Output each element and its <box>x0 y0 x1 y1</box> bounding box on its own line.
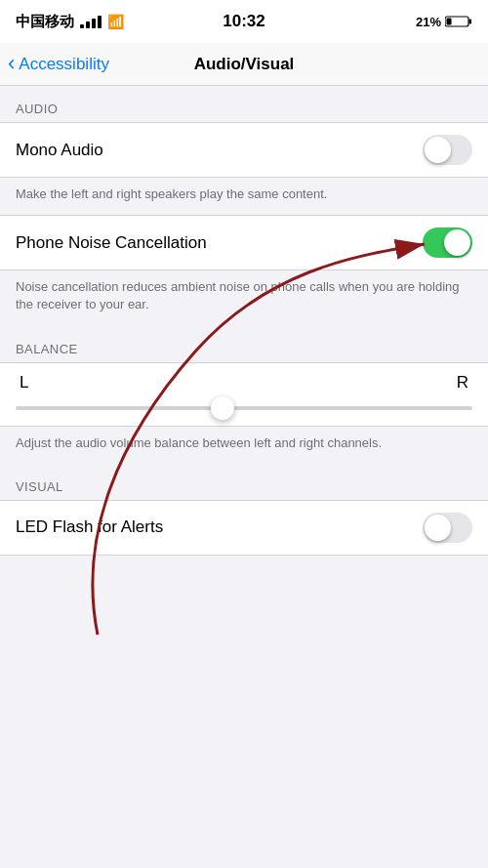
mono-audio-toggle-thumb <box>425 137 451 163</box>
balance-left-label: L <box>20 373 28 393</box>
nav-bar: ‹ Accessibility Audio/Visual <box>0 43 488 86</box>
noise-cancellation-toggle-thumb <box>444 229 470 256</box>
mono-audio-toggle[interactable] <box>423 135 472 165</box>
noise-cancellation-row: Phone Noise Cancellation <box>0 216 488 269</box>
noise-cancellation-toggle[interactable] <box>423 227 472 258</box>
balance-description: Adjust the audio volume balance between … <box>0 427 488 464</box>
nav-title: Audio/Visual <box>194 55 295 74</box>
led-flash-toggle-thumb <box>425 515 451 541</box>
status-left: 中国移动 📶 <box>16 13 124 31</box>
visual-section-label: VISUAL <box>0 464 488 500</box>
battery-label: 21% <box>416 15 441 29</box>
status-bar: 中国移动 📶 10:32 21% <box>0 0 488 43</box>
back-button[interactable]: ‹ Accessibility <box>8 55 109 74</box>
audio-section-label: AUDIO <box>0 86 488 122</box>
noise-cancellation-label: Phone Noise Cancellation <box>16 233 207 253</box>
back-label: Accessibility <box>19 55 109 74</box>
balance-slider-container <box>0 393 488 426</box>
battery-icon <box>445 15 472 28</box>
mono-audio-row: Mono Audio <box>0 123 488 177</box>
balance-section: L R <box>0 362 488 427</box>
balance-slider[interactable] <box>16 406 472 410</box>
led-flash-row: LED Flash for Alerts <box>0 501 488 555</box>
balance-right-label: R <box>457 373 468 393</box>
back-chevron-icon: ‹ <box>8 53 15 74</box>
carrier-label: 中国移动 <box>16 13 74 31</box>
visual-settings-group: LED Flash for Alerts <box>0 500 488 556</box>
wifi-icon: 📶 <box>107 14 124 29</box>
svg-rect-1 <box>469 20 472 24</box>
noise-cancellation-group: Phone Noise Cancellation <box>0 215 488 270</box>
status-right: 21% <box>416 15 472 29</box>
status-time: 10:32 <box>223 12 264 31</box>
mono-audio-label: Mono Audio <box>16 141 103 160</box>
mono-audio-description: Make the left and right speakers play th… <box>0 178 488 215</box>
noise-cancellation-description: Noise cancellation reduces ambient noise… <box>0 270 488 325</box>
led-flash-toggle[interactable] <box>423 513 472 543</box>
page-wrapper: 中国移动 📶 10:32 21% ‹ Accessibil <box>0 0 488 556</box>
balance-lr-row: L R <box>0 363 488 393</box>
led-flash-label: LED Flash for Alerts <box>16 517 163 537</box>
signal-icon <box>80 16 102 28</box>
audio-settings-group: Mono Audio <box>0 122 488 178</box>
svg-rect-2 <box>447 19 452 25</box>
balance-section-label: BALANCE <box>0 326 488 362</box>
